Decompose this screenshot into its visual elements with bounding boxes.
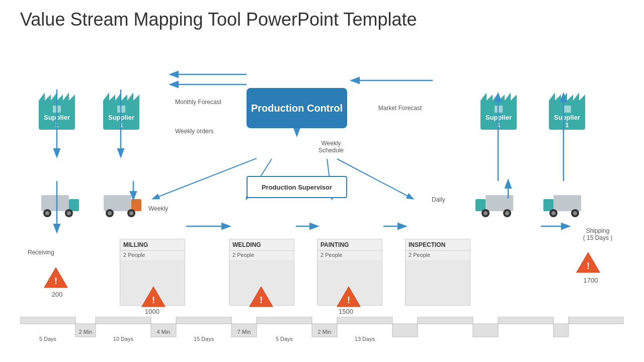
svg-marker-21 <box>45 95 51 101</box>
diagram-area: Supplier 1 Supplier 1 Supplier 1 <box>0 40 644 362</box>
daily-label: Daily <box>432 196 445 203</box>
milling-header: MILLING <box>120 239 185 251</box>
svg-rect-87 <box>176 317 231 324</box>
svg-rect-92 <box>569 317 624 324</box>
supplier-1-label: Supplier 1 <box>39 113 75 130</box>
monthly-forecast-label: Monthly Forecast <box>175 99 221 106</box>
timeline-svg: 5 Days 10 Days 15 Days 5 Days 13 Days 2 … <box>20 317 624 347</box>
svg-text:!: ! <box>347 295 350 305</box>
svg-rect-97 <box>392 324 418 337</box>
svg-marker-47 <box>567 95 573 101</box>
svg-text:!: ! <box>152 295 155 305</box>
svg-rect-88 <box>257 317 312 324</box>
svg-rect-64 <box>475 199 486 211</box>
svg-rect-98 <box>473 324 498 337</box>
svg-marker-31 <box>121 95 127 101</box>
milling-warning-icon: ! <box>141 286 166 310</box>
svg-point-74 <box>551 211 555 215</box>
svg-marker-20 <box>39 93 45 101</box>
truck-2-icon <box>99 190 144 220</box>
svg-rect-63 <box>486 195 513 211</box>
painting-inventory-value: 1500 <box>330 308 362 315</box>
welding-warning-icon: ! <box>249 286 274 310</box>
svg-marker-28 <box>103 93 109 101</box>
svg-text:2 Min: 2 Min <box>318 329 332 335</box>
svg-text:7 Min: 7 Min <box>237 329 251 335</box>
svg-point-62 <box>129 211 133 215</box>
supplier-2: Supplier 1 <box>99 90 144 130</box>
page-title: Value Stream Mapping Tool PowerPoint Tem… <box>0 0 644 30</box>
svg-point-56 <box>67 211 71 215</box>
svg-marker-38 <box>493 93 499 101</box>
shipping-warning-icon: ! <box>576 251 601 276</box>
receiving-inventory-value: 200 <box>43 291 71 298</box>
supplier-4: Supplier 1 <box>544 90 590 130</box>
svg-marker-25 <box>69 95 75 101</box>
svg-rect-70 <box>543 199 553 211</box>
production-supervisor-label: Production Supervisor <box>262 184 332 191</box>
svg-marker-37 <box>487 95 493 101</box>
svg-rect-51 <box>41 195 69 211</box>
svg-point-66 <box>505 211 509 215</box>
svg-marker-23 <box>57 95 63 101</box>
svg-marker-45 <box>555 95 561 101</box>
production-control-label: Production Control <box>251 102 343 114</box>
supplier-2-label: Supplier 1 <box>103 113 139 130</box>
welding-header: WELDING <box>229 239 294 251</box>
supplier-3: Supplier 1 <box>476 90 521 130</box>
truck-3-icon <box>473 190 518 220</box>
weekly-orders-label: Weekly orders <box>175 128 213 135</box>
painting-header: PAINTING <box>317 239 382 251</box>
svg-marker-33 <box>133 95 139 101</box>
svg-marker-36 <box>480 93 487 101</box>
welding-people: 2 People <box>229 251 294 260</box>
svg-text:13 Days: 13 Days <box>355 336 375 342</box>
supplier-4-label: Supplier 1 <box>549 113 585 130</box>
svg-point-54 <box>45 211 49 215</box>
truck-4-icon <box>541 190 586 220</box>
truck-1-icon <box>36 190 82 220</box>
svg-text:!: ! <box>54 276 57 286</box>
timeline: 5 Days 10 Days 15 Days 5 Days 13 Days 2 … <box>20 317 624 347</box>
svg-text:10 Days: 10 Days <box>113 336 134 342</box>
svg-point-68 <box>484 211 488 215</box>
svg-text:2 Min: 2 Min <box>79 329 93 335</box>
svg-rect-85 <box>20 317 75 324</box>
svg-text:4 Min: 4 Min <box>157 329 171 335</box>
svg-text:5 Days: 5 Days <box>39 336 57 342</box>
svg-marker-49 <box>579 95 585 101</box>
svg-text:!: ! <box>260 295 263 305</box>
svg-marker-40 <box>505 93 511 101</box>
svg-marker-41 <box>511 95 517 101</box>
svg-marker-22 <box>51 93 57 101</box>
svg-marker-29 <box>109 95 115 101</box>
supplier-1: Supplier 1 <box>34 90 79 130</box>
svg-rect-58 <box>131 199 141 211</box>
shipping-inventory-value: 1700 <box>576 277 606 284</box>
svg-rect-89 <box>337 317 392 324</box>
svg-marker-32 <box>127 93 133 101</box>
receiving-warning-icon: ! <box>43 266 68 291</box>
svg-marker-24 <box>63 93 69 101</box>
production-supervisor-box: Production Supervisor <box>247 176 347 198</box>
shipping-label: Shipping( 15 Days ) <box>573 227 623 241</box>
production-control-box: Production Control <box>247 88 347 128</box>
inspection-people: 2 People <box>406 251 470 260</box>
svg-text:15 Days: 15 Days <box>194 336 214 342</box>
milling-people: 2 People <box>120 251 185 260</box>
inspection-process-box: INSPECTION 2 People <box>405 239 470 306</box>
svg-rect-91 <box>498 317 553 324</box>
market-forecast-label: Market Forecast <box>372 105 428 112</box>
svg-text:5 Days: 5 Days <box>276 336 293 342</box>
painting-people: 2 People <box>317 251 382 260</box>
svg-rect-69 <box>553 195 581 211</box>
svg-rect-90 <box>418 317 473 324</box>
weekly-schedule-label: Weekly Schedule <box>311 140 351 154</box>
receiving-label: Receiving <box>28 249 54 256</box>
svg-text:!: ! <box>587 260 590 271</box>
svg-point-60 <box>108 211 112 215</box>
svg-marker-44 <box>549 93 555 101</box>
inspection-header: INSPECTION <box>406 239 470 251</box>
svg-marker-48 <box>573 93 579 101</box>
supplier-3-label: Supplier 1 <box>480 113 517 130</box>
